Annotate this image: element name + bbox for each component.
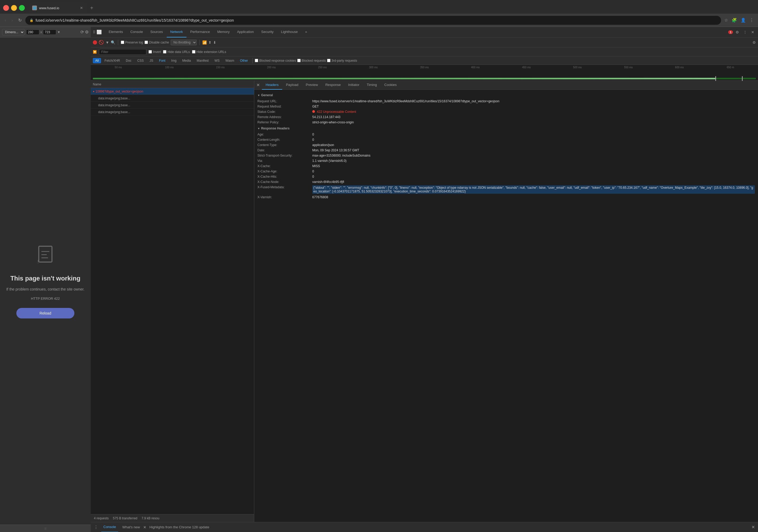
search-icon[interactable]: 🔍	[111, 40, 115, 45]
tab-security[interactable]: Security	[258, 27, 277, 37]
tab-favicon: 🌐	[32, 6, 37, 10]
request-item[interactable]: data:image/png;base...	[91, 109, 254, 116]
blocked-cookies-checkbox[interactable]: Blocked response cookies	[255, 59, 296, 62]
tab-memory[interactable]: Memory	[214, 27, 233, 37]
tab-performance[interactable]: Performance	[187, 27, 213, 37]
tab-close-button[interactable]: ✕	[79, 6, 84, 10]
content-type-val: application/json	[312, 143, 755, 147]
wifi-icon[interactable]: 📶	[202, 40, 207, 45]
console-dots-menu[interactable]: ⋮	[94, 525, 98, 530]
address-bar[interactable]: 🔒 fused.io/server/v1/realtime-shared/fsh…	[25, 16, 721, 25]
transferred-size: 575 B transferred	[113, 516, 137, 520]
type-btn-ws[interactable]: WS	[212, 58, 222, 63]
forward-button[interactable]: ›	[10, 17, 14, 24]
network-settings-icon[interactable]: ⚙	[752, 40, 756, 45]
type-btn-fetch[interactable]: Fetch/XHR	[102, 58, 122, 63]
tab-lighthouse[interactable]: Lighthouse	[277, 27, 301, 37]
tab-more[interactable]: »	[301, 27, 311, 37]
maximize-button[interactable]	[19, 5, 25, 11]
close-button[interactable]	[3, 5, 9, 11]
details-tab-timing[interactable]: Timing	[363, 81, 381, 90]
responsive-tools-icon[interactable]: ⚙	[85, 29, 88, 35]
reload-button[interactable]: Reload	[17, 308, 74, 318]
dimensions-dropdown[interactable]: Dimens...	[2, 29, 24, 35]
name-column-header: Name	[93, 83, 252, 86]
type-btn-img[interactable]: Img	[169, 58, 179, 63]
via-val: 1.1 varnish (Varnish/6.0)	[312, 159, 755, 163]
settings-icon[interactable]: ⚙	[734, 29, 741, 35]
type-btn-other[interactable]: Other	[238, 58, 250, 63]
width-input[interactable]	[26, 29, 39, 35]
tab-network[interactable]: Network	[167, 27, 187, 37]
hide-data-urls-checkbox[interactable]: Hide data URLs	[163, 50, 190, 54]
details-close-button[interactable]: ✕	[254, 83, 262, 87]
general-section-header[interactable]: General	[254, 92, 758, 99]
extensions-icon[interactable]: 🧩	[731, 17, 738, 24]
preserve-log-checkbox[interactable]: Preserve log	[121, 41, 143, 44]
size-dropdown-icon[interactable]: ▼	[57, 30, 60, 34]
type-btn-font[interactable]: Font	[157, 58, 168, 63]
details-tab-preview[interactable]: Preview	[302, 81, 322, 90]
tab-sources[interactable]: Sources	[147, 27, 167, 37]
devtools-toggle-icon[interactable]: ⠿	[93, 30, 95, 34]
content-length-row: Content-Length: 0	[254, 137, 758, 142]
blocked-requests-checkbox[interactable]: Blocked requests	[297, 59, 326, 62]
back-button[interactable]: ‹	[3, 17, 8, 24]
resize-handle-icon: ≡	[44, 526, 47, 531]
request-item[interactable]: ● 10896?dtype_out_vector=geojson	[91, 88, 254, 95]
whats-new-tab[interactable]: What's new	[122, 525, 140, 529]
third-party-checkbox[interactable]: 3rd-party requests	[327, 59, 357, 62]
type-btn-manifest[interactable]: Manifest	[194, 58, 211, 63]
menu-icon[interactable]: ⋮	[748, 17, 755, 24]
new-tab-button[interactable]: +	[88, 4, 95, 12]
invert-checkbox[interactable]: Invert	[149, 50, 161, 54]
request-method-val: GET	[312, 105, 755, 108]
console-close-icon[interactable]: ✕	[751, 525, 755, 530]
type-btn-wasm[interactable]: Wasm	[223, 58, 237, 63]
throttle-select[interactable]: No throttling	[171, 40, 197, 45]
filter-icon[interactable]: ▼	[106, 40, 109, 45]
filter-label-icon: 🔽	[93, 50, 97, 54]
upload-icon[interactable]: ⬆	[208, 40, 212, 45]
profile-icon[interactable]: 👤	[740, 17, 747, 24]
xfused-metadata-val: {"stdout": "", "stderr": "", "errormsg":…	[312, 185, 755, 194]
filter-input[interactable]	[99, 49, 146, 55]
console-tab[interactable]: Console	[101, 522, 118, 532]
whats-new-close-icon[interactable]: ✕	[143, 525, 146, 529]
hide-extension-urls-checkbox[interactable]: Hide extension URLs	[192, 50, 226, 54]
type-btn-css[interactable]: CSS	[135, 58, 146, 63]
type-btn-all[interactable]: All	[93, 58, 101, 63]
timeline: 50 ms 100 ms 150 ms 200 ms 250 ms 300 ms…	[91, 65, 758, 81]
type-btn-media[interactable]: Media	[180, 58, 193, 63]
more-options-icon[interactable]: ⋮	[741, 29, 748, 35]
record-button[interactable]	[93, 40, 97, 45]
tab-bar: 🌐 www.fused.io ✕ +	[0, 0, 758, 14]
devtools-topbar: ⠿ ⬜ Elements Console Sources Network Per…	[91, 27, 758, 37]
details-tab-response[interactable]: Response	[322, 81, 344, 90]
devtools-layout-icon[interactable]: ⬜	[96, 29, 102, 35]
type-btn-js[interactable]: JS	[147, 58, 155, 63]
download-icon[interactable]: ⬇	[213, 40, 216, 45]
request-item[interactable]: data:image/png;base...	[91, 102, 254, 109]
age-key: Age:	[258, 133, 310, 136]
close-devtools-icon[interactable]: ✕	[749, 29, 756, 35]
tab-console[interactable]: Console	[126, 27, 147, 37]
details-tab-headers[interactable]: Headers	[262, 81, 282, 90]
request-item[interactable]: data:image/png;base...	[91, 95, 254, 102]
response-headers-section-header[interactable]: Response Headers	[254, 125, 758, 132]
details-tab-payload[interactable]: Payload	[282, 81, 302, 90]
minimize-button[interactable]	[11, 5, 17, 11]
disable-cache-checkbox[interactable]: Disable cache	[145, 41, 169, 44]
tab-application[interactable]: Application	[233, 27, 258, 37]
bookmark-icon[interactable]: ☆	[723, 17, 729, 24]
height-input[interactable]	[43, 29, 56, 35]
details-tab-initiator[interactable]: Initiator	[344, 81, 363, 90]
type-btn-doc[interactable]: Doc	[123, 58, 134, 63]
active-tab[interactable]: 🌐 www.fused.io ✕	[29, 2, 87, 14]
request-name: 10896?dtype_out_vector=geojson	[95, 90, 252, 93]
details-tab-cookies[interactable]: Cookies	[381, 81, 400, 90]
refresh-button[interactable]: ↻	[17, 17, 23, 24]
device-rotate-icon[interactable]: ⟳	[81, 29, 84, 35]
clear-button[interactable]: 🚫	[99, 40, 104, 45]
tab-elements[interactable]: Elements	[105, 27, 126, 37]
